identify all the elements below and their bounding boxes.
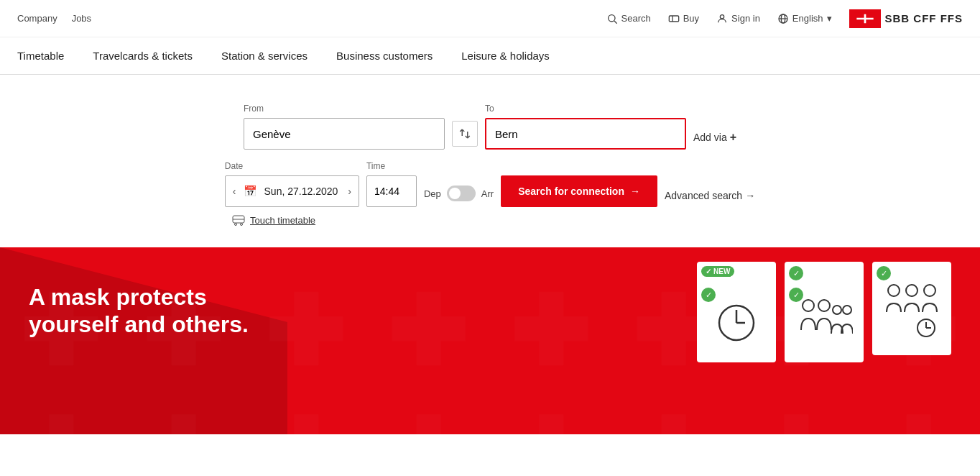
chevron-down-icon: ▾ (827, 13, 832, 24)
hero-card-group: ✓ (872, 262, 951, 355)
to-input[interactable] (485, 118, 686, 150)
svg-point-34 (818, 300, 830, 311)
from-input[interactable] (244, 118, 445, 150)
top-bar-right: Search Buy Sign in English ▾ (606, 9, 963, 28)
group-clock-icon (883, 276, 940, 341)
add-via-button[interactable]: Add via + (693, 131, 736, 144)
search-action[interactable]: Search (606, 13, 651, 24)
globe-icon (777, 13, 789, 24)
train-icon (231, 214, 246, 226)
touch-timetable-label: Touch timetable (250, 215, 315, 226)
svg-point-24 (888, 285, 900, 296)
dep-arr-toggle: Dep Arr (424, 186, 494, 201)
check-badge-3: ✓ (877, 266, 891, 280)
arrow-right-icon: → (745, 190, 755, 201)
ticket-icon (668, 13, 680, 24)
check-badge-4: ✓ (701, 288, 716, 302)
nav-business[interactable]: Business customers (336, 50, 433, 62)
time-field-group: Time (366, 161, 417, 207)
svg-point-11 (241, 224, 243, 226)
hero-text: A mask protects yourself and others. (29, 283, 259, 339)
user-icon (716, 13, 728, 24)
plus-icon: + (730, 131, 736, 144)
swap-icon (458, 127, 471, 140)
date-field-group: Date ‹ 📅 Sun, 27.12.2020 › (225, 161, 359, 207)
to-field-group: To (485, 104, 686, 150)
svg-line-1 (614, 21, 617, 24)
signin-action[interactable]: Sign in (716, 13, 760, 24)
svg-rect-2 (669, 16, 678, 22)
search-connection-button[interactable]: Search for connection → (501, 175, 657, 207)
hero-card-bottom-1: ✓ (697, 283, 776, 362)
buy-action[interactable]: Buy (668, 13, 699, 24)
advanced-search-link[interactable]: Advanced search → (665, 190, 755, 201)
calendar-icon: 📅 (244, 185, 257, 198)
sbb-logo-svg (855, 12, 875, 25)
check-icon: ✓ (706, 267, 711, 275)
svg-point-35 (833, 306, 841, 314)
nav-leisure[interactable]: Leisure & holidays (461, 50, 550, 62)
arr-label: Arr (481, 188, 494, 199)
family-icon (795, 294, 853, 352)
to-label: To (485, 104, 686, 114)
advanced-search-label: Advanced search (665, 190, 742, 201)
hero-images: ✓ NEW ✓ ↔ (697, 262, 951, 355)
language-action[interactable]: English ▾ (777, 13, 832, 24)
from-label: From (244, 104, 445, 114)
from-field-group: From (244, 104, 445, 150)
svg-point-26 (924, 285, 935, 296)
logo-text: SBB CFF FFS (885, 12, 963, 24)
add-via-label: Add via (693, 132, 727, 143)
hero-section: A mask protects yourself and others. ✓ N… (0, 247, 980, 434)
time-input[interactable] (366, 175, 417, 207)
check-badge-2: ✓ (789, 266, 803, 280)
top-bar: Company Jobs Search Buy Sign in (0, 0, 980, 37)
svg-point-4 (720, 14, 724, 18)
date-field[interactable]: ‹ 📅 Sun, 27.12.2020 › (225, 175, 359, 207)
svg-point-25 (906, 285, 917, 296)
new-badge: ✓ NEW (701, 266, 734, 277)
toggle-knob (449, 188, 461, 199)
sbb-logo (849, 9, 881, 28)
main-nav: Timetable Travelcards & tickets Station … (0, 37, 980, 75)
nav-station[interactable]: Station & services (221, 50, 308, 62)
svg-point-33 (803, 300, 814, 311)
clock-small-icon (715, 301, 758, 344)
time-label: Time (366, 161, 417, 171)
nav-travelcards[interactable]: Travelcards & tickets (93, 50, 193, 62)
date-prev-button[interactable]: ‹ (230, 184, 239, 198)
search-section: From To Add via + Date ‹ 📅 Sun, 27.12.20… (0, 75, 980, 247)
date-next-button[interactable]: › (345, 184, 354, 198)
date-value: Sun, 27.12.2020 (262, 186, 341, 197)
jobs-link[interactable]: Jobs (72, 13, 91, 24)
search-row-1: From To Add via + (244, 104, 736, 150)
logo-area: SBB CFF FFS (849, 9, 963, 28)
svg-point-0 (608, 14, 614, 21)
hero-card-bottom-2: ✓ (785, 283, 864, 362)
arrow-icon: → (630, 186, 640, 197)
company-link[interactable]: Company (17, 13, 57, 24)
swap-button[interactable] (452, 121, 478, 147)
dep-label: Dep (424, 188, 441, 199)
touch-timetable-link[interactable]: Touch timetable (231, 214, 315, 226)
nav-timetable[interactable]: Timetable (17, 50, 64, 62)
check-badge-5: ✓ (789, 288, 803, 302)
svg-point-10 (235, 224, 237, 226)
svg-point-36 (843, 306, 851, 314)
date-label: Date (225, 161, 359, 171)
search-icon (606, 13, 618, 24)
search-row-2: Date ‹ 📅 Sun, 27.12.2020 › Time Dep Arr … (225, 161, 755, 207)
top-bar-left: Company Jobs (17, 13, 91, 24)
search-btn-label: Search for connection (518, 186, 624, 197)
dep-arr-switch[interactable] (447, 186, 476, 201)
